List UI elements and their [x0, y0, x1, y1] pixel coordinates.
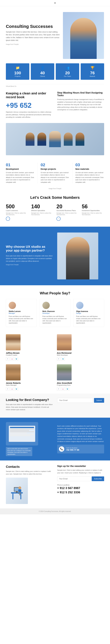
contacts-left-block: Contacts Sample text. Click to start edi…: [6, 465, 53, 504]
testimonials-title: What People Say?: [6, 291, 104, 295]
phone-number-2: + 912 5 252 3336: [57, 491, 104, 494]
svg-rect-11: [18, 494, 21, 494]
instagram-icon-greenfield[interactable]: ◎: [61, 387, 65, 391]
member-role-roberts: Sales Manager: [6, 384, 17, 386]
blue-banner-section: Sed ut porta felis sed nulla id lorem. D…: [0, 418, 110, 460]
email-input-row: Submit: [57, 398, 104, 403]
num-value-investment: 56: [82, 204, 104, 210]
member-card-greenfield: Alex Greenfield Programming Guru f ◎ 🐦: [57, 364, 104, 391]
steps-section: 01 Development Ut enim ad minim veniam, …: [0, 160, 110, 188]
twitter-icon-greenfield[interactable]: 🐦: [66, 387, 69, 391]
banner-blue-text-block: Sed ut porta felis sed nulla id lorem. D…: [6, 447, 53, 456]
member-name-roberts: Jennie Roberts: [6, 382, 21, 384]
testimonial-text-3: Proin sed libero non velit fluoinos orna…: [76, 315, 101, 324]
stat-number-clients: 40: [33, 71, 52, 75]
step-3-number: 03: [76, 162, 104, 167]
member-card-richmond: Ann Richmond Web Developer f 🐦: [57, 334, 104, 361]
step-1-desc: Ut enim ad minim veniam, quis nostrud ex…: [6, 171, 34, 184]
testimonial-card-2: Nick Jhanson Developer Proin sed libero …: [40, 299, 70, 327]
stats-grid: 📁 100 Projects 👤 40 Clients 👥 20 Our Tea…: [0, 62, 110, 84]
member-role-greenfield: Programming Guru: [57, 384, 71, 386]
contacts-text: Sample text. Click to start editing your…: [6, 470, 53, 475]
contacts-title: Contacts: [6, 465, 53, 469]
arrow-customers[interactable]: →: [6, 217, 10, 221]
newsletter-subscribe-button[interactable]: Subscribe: [92, 476, 104, 481]
num-label-customers: Loyal Customers: [6, 210, 28, 212]
step-2: 02 Design projects Ut enim ad minim veni…: [38, 162, 69, 184]
step-1-number: 01: [6, 162, 34, 167]
looking-section: Looking for Best Company? Duis aute irur…: [0, 394, 110, 418]
step-2-desc: Ut enim ad minim veniam, quis nostrud ex…: [41, 171, 69, 184]
member-name-brown: Jeffrey Brown: [6, 352, 20, 354]
num-card-bizplans: 20 Successful Business Plans Sample text…: [56, 204, 79, 221]
phone-label: Phone (Landline): [57, 484, 104, 486]
stat-number-projects: 100: [8, 71, 27, 75]
laptop-screen: [9, 426, 35, 442]
testimonial-text-2: Proin sed libero non velit fluoinos orna…: [42, 315, 68, 324]
step-3-title: New materials: [76, 168, 104, 170]
instagram-icon-roberts[interactable]: ◎: [10, 387, 14, 391]
looking-text: Duis aute irure dolor in reprehenderit i…: [6, 403, 53, 411]
num-desc-investment: Sample text. Click to select the Text El…: [82, 212, 104, 216]
testimonial-role-1: Manager: [9, 312, 34, 314]
team-members-grid: Jeffrey Brown Creative Leader f ◎ 🐦 Ann …: [0, 331, 110, 394]
member-photo-greenfield: [57, 364, 72, 380]
member-photo-richmond: [57, 334, 72, 350]
facebook-icon-greenfield[interactable]: f: [57, 387, 60, 391]
banner-text-block: Each color evokes different emotions for…: [57, 425, 104, 454]
looking-email-input[interactable]: [57, 398, 93, 403]
team-person-5: [76, 132, 84, 146]
step-2-number: 02: [41, 162, 69, 167]
contacts-section: Contacts Sample text. Click to start edi…: [0, 460, 110, 508]
svg-rect-1: [12, 494, 13, 499]
facebook-icon-brown[interactable]: f: [6, 357, 10, 361]
facebook-icon-roberts[interactable]: f: [6, 387, 10, 391]
arrow-bizplans[interactable]: →: [56, 217, 60, 221]
num-value-specialists: 140: [31, 204, 54, 210]
testimonial-avatar-2: [42, 302, 50, 309]
stat-label-awards: Awards: [83, 75, 102, 77]
social-icons-brown: f ◎ 🐦: [6, 357, 18, 361]
member-photo-roberts: [6, 364, 20, 380]
num-desc-specialists: Sample text. Click to select the Text El…: [31, 212, 54, 216]
testimonial-name-1: Stella Larson: [9, 310, 34, 312]
newsletter-email-input[interactable]: [57, 476, 90, 481]
team-person-2: [38, 132, 46, 146]
banner-image-block: Sed ut porta felis sed nulla id lorem. D…: [6, 422, 53, 456]
record-right-block: Stop Wasting Hours And Start Assigning T…: [57, 92, 104, 111]
num-desc-bizplans: Sample text. Click to select the Text El…: [56, 212, 79, 216]
testimonials-grid: Stella Larson Manager Proin sed libero n…: [6, 299, 104, 327]
member-card-brown: Jeffrey Brown Creative Leader f ◎ 🐦: [6, 334, 53, 361]
looking-text-block: Looking for Best Company? Duis aute irur…: [6, 398, 53, 413]
num-card-customers: 500 Loyal Customers Sample text. Click t…: [6, 204, 28, 221]
social-icons-greenfield: f ◎ 🐦: [57, 387, 69, 391]
hero-person-image: [63, 12, 104, 59]
facebook-icon-richmond[interactable]: f: [57, 357, 60, 361]
ux-person-placeholder: [57, 232, 98, 280]
twitter-icon-richmond[interactable]: 🐦: [61, 357, 65, 361]
newsletter-title: Sign up for the newsletter: [57, 465, 104, 468]
instagram-icon-brown[interactable]: ◎: [10, 357, 14, 361]
stat-label-clients: Clients: [33, 75, 52, 77]
stat-number-team: 20: [58, 71, 77, 75]
num-label-investment: Investment Opportunities: [82, 210, 104, 212]
hero-text-block: Consulting Successes Sample text: Click …: [6, 24, 60, 47]
record-right-title: Stop Wasting Hours And Start Assigning T…: [57, 92, 104, 97]
ux-text: Duis aute irure dolor in reprehenderit i…: [6, 255, 53, 262]
testimonial-card-1: Stella Larson Manager Proin sed libero n…: [6, 299, 37, 327]
looking-submit-button[interactable]: Submit: [94, 398, 104, 403]
hamburger-icon[interactable]: ≡: [54, 2, 56, 4]
twitter-icon-roberts[interactable]: 🐦: [15, 387, 18, 391]
stat-card-awards: 🏆 76 Awards: [81, 63, 104, 80]
record-big-number: +95 652: [6, 101, 53, 109]
record-title: Keeping a clean and order record book: [6, 92, 53, 99]
team-icon: 👥: [58, 66, 77, 70]
numbers-grid: 500 Loyal Customers Sample text. Click t…: [6, 204, 104, 221]
ux-studio-section: Why choose UX studio as your app design …: [0, 227, 110, 285]
newsletter-row: Subscribe: [57, 476, 104, 481]
awards-icon: 🏆: [83, 66, 102, 70]
twitter-icon-brown[interactable]: 🐦: [15, 357, 18, 361]
stat-number-awards: 76: [83, 71, 102, 75]
step-1-title: Development: [6, 168, 34, 170]
testimonial-card-3: Olga Ivanova Design Proin sed libero non…: [73, 299, 104, 327]
